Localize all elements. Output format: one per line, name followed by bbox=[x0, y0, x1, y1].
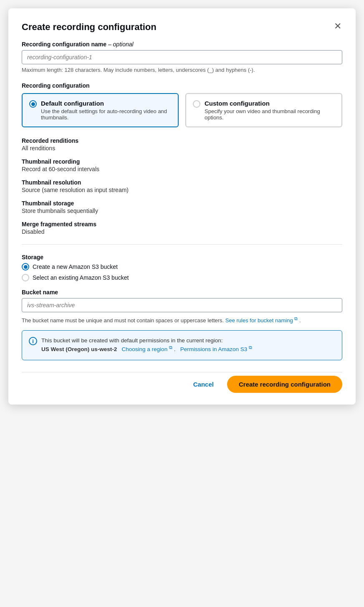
modal-header: Create recording configuration ✕ bbox=[22, 22, 342, 33]
custom-config-radio[interactable] bbox=[193, 100, 200, 108]
default-config-card[interactable]: Default configuration Use the default se… bbox=[22, 93, 179, 127]
recording-config-name-input[interactable] bbox=[22, 50, 342, 64]
recording-config-options: Default configuration Use the default se… bbox=[22, 93, 342, 127]
thumbnail-recording-value: Record at 60-second intervals bbox=[22, 166, 342, 172]
bucket-name-hint: The bucket name must be unique and must … bbox=[22, 317, 342, 324]
select-existing-bucket-option[interactable]: Select an existing Amazon S3 bucket bbox=[22, 274, 342, 281]
info-icon: i bbox=[29, 337, 37, 345]
default-config-title: Default configuration bbox=[41, 100, 171, 107]
info-rows-section: Recorded renditions All renditions Thumb… bbox=[22, 137, 342, 235]
storage-section: Storage Create a new Amazon S3 bucket Se… bbox=[22, 254, 342, 281]
default-config-radio[interactable] bbox=[29, 100, 37, 108]
recording-config-label: Recording configuration bbox=[22, 82, 342, 89]
thumbnail-storage-value: Store thumbnails sequentially bbox=[22, 207, 342, 214]
modal-footer: Cancel Create recording configuration bbox=[22, 372, 342, 393]
bucket-naming-rules-link[interactable]: See rules for bucket naming ⧉ bbox=[225, 317, 299, 324]
bucket-name-input[interactable] bbox=[22, 298, 342, 312]
thumbnail-storage-row: Thumbnail storage Store thumbnails seque… bbox=[22, 200, 342, 214]
create-recording-modal: Create recording configuration ✕ Recordi… bbox=[8, 8, 356, 405]
recording-config-section: Recording configuration Default configur… bbox=[22, 82, 342, 127]
custom-config-title: Custom configuration bbox=[205, 100, 335, 107]
modal-title: Create recording configuration bbox=[22, 22, 157, 33]
bucket-name-label: Bucket name bbox=[22, 289, 342, 296]
thumbnail-recording-title: Thumbnail recording bbox=[22, 158, 342, 165]
merge-fragmented-title: Merge fragmented streams bbox=[22, 221, 342, 228]
custom-config-card[interactable]: Custom configuration Specify your own vi… bbox=[185, 93, 342, 127]
choosing-region-external-icon: ⧉ bbox=[169, 344, 172, 349]
select-existing-bucket-label: Select an existing Amazon S3 bucket bbox=[33, 274, 129, 281]
thumbnail-resolution-value: Source (same resolution as input stream) bbox=[22, 187, 342, 193]
cancel-button[interactable]: Cancel bbox=[188, 377, 219, 391]
thumbnail-resolution-title: Thumbnail resolution bbox=[22, 179, 342, 186]
storage-section-label: Storage bbox=[22, 254, 342, 261]
select-existing-bucket-radio[interactable] bbox=[22, 274, 29, 281]
choosing-region-link[interactable]: Choosing a region ⧉ bbox=[120, 346, 174, 352]
bucket-info-box: i This bucket will be created with defau… bbox=[22, 330, 342, 360]
name-field-section: Recording configuration name – optional … bbox=[22, 41, 342, 73]
create-new-bucket-option[interactable]: Create a new Amazon S3 bucket bbox=[22, 263, 342, 271]
recorded-renditions-value: All renditions bbox=[22, 145, 342, 152]
default-config-desc: Use the default settings for auto-record… bbox=[41, 108, 171, 121]
name-field-label: Recording configuration name – optional bbox=[22, 41, 342, 48]
bucket-naming-external-icon: ⧉ bbox=[294, 316, 298, 321]
thumbnail-storage-title: Thumbnail storage bbox=[22, 200, 342, 207]
name-field-optional: – optional bbox=[108, 41, 134, 48]
close-button[interactable]: ✕ bbox=[333, 22, 342, 31]
name-hint-text: Maximum length: 128 characters. May incl… bbox=[22, 67, 342, 73]
recorded-renditions-title: Recorded renditions bbox=[22, 137, 342, 144]
merge-fragmented-row: Merge fragmented streams Disabled bbox=[22, 221, 342, 235]
create-new-bucket-label: Create a new Amazon S3 bucket bbox=[33, 263, 118, 270]
create-recording-config-button[interactable]: Create recording configuration bbox=[227, 376, 342, 393]
region-label: US West (Oregon) us-west-2 bbox=[41, 346, 117, 352]
info-box-text: This bucket will be created with default… bbox=[41, 336, 252, 354]
thumbnail-resolution-row: Thumbnail resolution Source (same resolu… bbox=[22, 179, 342, 193]
thumbnail-recording-row: Thumbnail recording Record at 60-second … bbox=[22, 158, 342, 172]
bucket-name-section: Bucket name The bucket name must be uniq… bbox=[22, 289, 342, 324]
merge-fragmented-value: Disabled bbox=[22, 228, 342, 235]
custom-config-desc: Specify your own video and thumbnail rec… bbox=[205, 108, 335, 121]
section-divider bbox=[22, 244, 342, 245]
create-new-bucket-radio[interactable] bbox=[22, 263, 29, 271]
recorded-renditions-row: Recorded renditions All renditions bbox=[22, 137, 342, 152]
permissions-external-icon: ⧉ bbox=[249, 344, 252, 349]
permissions-amazon-s3-link[interactable]: Permissions in Amazon S3 ⧉ bbox=[179, 346, 252, 352]
